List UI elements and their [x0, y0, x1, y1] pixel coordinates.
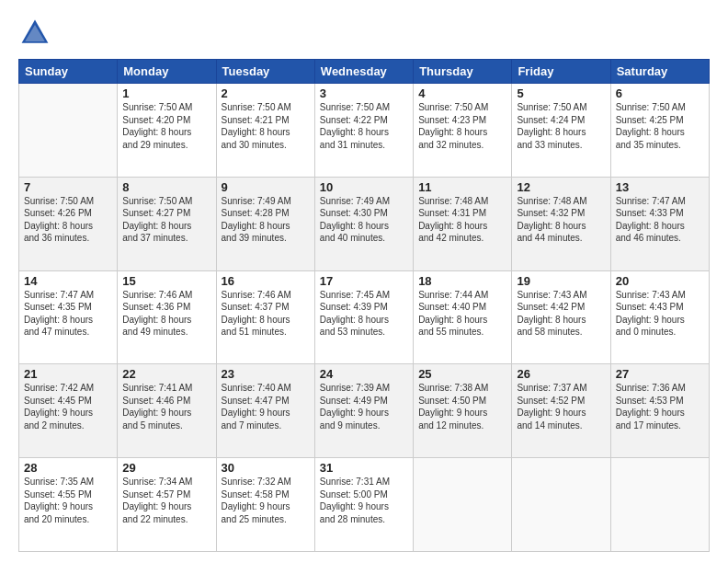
day-info: Sunrise: 7:43 AM Sunset: 4:42 PM Dayligh…	[517, 289, 605, 339]
week-row-2: 7Sunrise: 7:50 AM Sunset: 4:26 PM Daylig…	[19, 177, 710, 270]
day-cell: 7Sunrise: 7:50 AM Sunset: 4:26 PM Daylig…	[19, 177, 118, 270]
day-number: 7	[24, 180, 112, 194]
day-number: 3	[320, 86, 408, 100]
day-cell: 13Sunrise: 7:47 AM Sunset: 4:33 PM Dayli…	[610, 177, 709, 270]
day-number: 19	[517, 274, 605, 288]
day-cell: 8Sunrise: 7:50 AM Sunset: 4:27 PM Daylig…	[118, 177, 216, 270]
day-info: Sunrise: 7:50 AM Sunset: 4:26 PM Dayligh…	[24, 195, 112, 245]
header-sunday: Sunday	[19, 60, 118, 84]
header-row: SundayMondayTuesdayWednesdayThursdayFrid…	[19, 60, 710, 84]
day-cell: 24Sunrise: 7:39 AM Sunset: 4:49 PM Dayli…	[314, 364, 413, 458]
day-number: 5	[517, 86, 605, 100]
day-cell: 17Sunrise: 7:45 AM Sunset: 4:39 PM Dayli…	[314, 270, 413, 364]
week-row-3: 14Sunrise: 7:47 AM Sunset: 4:35 PM Dayli…	[19, 270, 710, 364]
day-cell: 12Sunrise: 7:48 AM Sunset: 4:32 PM Dayli…	[512, 177, 610, 270]
day-cell: 25Sunrise: 7:38 AM Sunset: 4:50 PM Dayli…	[414, 364, 512, 458]
day-info: Sunrise: 7:37 AM Sunset: 4:52 PM Dayligh…	[517, 382, 605, 431]
day-cell: 26Sunrise: 7:37 AM Sunset: 4:52 PM Dayli…	[512, 364, 610, 458]
day-cell: 10Sunrise: 7:49 AM Sunset: 4:30 PM Dayli…	[314, 177, 413, 270]
day-info: Sunrise: 7:35 AM Sunset: 4:55 PM Dayligh…	[24, 476, 112, 525]
day-info: Sunrise: 7:45 AM Sunset: 4:39 PM Dayligh…	[320, 289, 408, 339]
header-saturday: Saturday	[610, 60, 709, 84]
day-cell: 18Sunrise: 7:44 AM Sunset: 4:40 PM Dayli…	[414, 270, 512, 364]
day-info: Sunrise: 7:46 AM Sunset: 4:36 PM Dayligh…	[122, 289, 210, 339]
day-cell: 3Sunrise: 7:50 AM Sunset: 4:22 PM Daylig…	[314, 84, 413, 178]
header-monday: Monday	[118, 60, 216, 84]
day-info: Sunrise: 7:50 AM Sunset: 4:24 PM Dayligh…	[517, 101, 605, 151]
day-number: 8	[122, 180, 210, 194]
day-info: Sunrise: 7:50 AM Sunset: 4:25 PM Dayligh…	[616, 101, 704, 151]
day-number: 22	[122, 367, 210, 381]
day-cell	[610, 458, 709, 552]
day-number: 25	[418, 367, 506, 381]
day-info: Sunrise: 7:41 AM Sunset: 4:46 PM Dayligh…	[122, 382, 210, 431]
day-info: Sunrise: 7:31 AM Sunset: 5:00 PM Dayligh…	[320, 476, 408, 525]
day-number: 23	[222, 367, 310, 381]
day-info: Sunrise: 7:49 AM Sunset: 4:30 PM Dayligh…	[320, 195, 408, 245]
day-cell: 6Sunrise: 7:50 AM Sunset: 4:25 PM Daylig…	[610, 84, 709, 178]
day-number: 27	[616, 367, 704, 381]
day-cell: 31Sunrise: 7:31 AM Sunset: 5:00 PM Dayli…	[314, 458, 413, 552]
day-info: Sunrise: 7:50 AM Sunset: 4:21 PM Dayligh…	[222, 101, 310, 151]
day-number: 30	[222, 461, 310, 475]
day-number: 9	[222, 180, 310, 194]
day-number: 20	[616, 274, 704, 288]
day-number: 31	[320, 461, 408, 475]
header-wednesday: Wednesday	[314, 60, 413, 84]
day-number: 18	[418, 274, 506, 288]
header-friday: Friday	[512, 60, 610, 84]
day-info: Sunrise: 7:47 AM Sunset: 4:35 PM Dayligh…	[24, 289, 112, 339]
day-info: Sunrise: 7:47 AM Sunset: 4:33 PM Dayligh…	[616, 195, 704, 245]
day-cell: 27Sunrise: 7:36 AM Sunset: 4:53 PM Dayli…	[610, 364, 709, 458]
day-number: 10	[320, 180, 408, 194]
logo-icon	[18, 17, 51, 50]
logo	[18, 17, 53, 50]
day-info: Sunrise: 7:50 AM Sunset: 4:27 PM Dayligh…	[122, 195, 210, 245]
day-number: 14	[24, 274, 112, 288]
day-cell: 1Sunrise: 7:50 AM Sunset: 4:20 PM Daylig…	[118, 84, 216, 178]
day-cell: 30Sunrise: 7:32 AM Sunset: 4:58 PM Dayli…	[216, 458, 314, 552]
day-cell: 15Sunrise: 7:46 AM Sunset: 4:36 PM Dayli…	[118, 270, 216, 364]
day-cell: 5Sunrise: 7:50 AM Sunset: 4:24 PM Daylig…	[512, 84, 610, 178]
day-info: Sunrise: 7:49 AM Sunset: 4:28 PM Dayligh…	[222, 195, 310, 245]
day-number: 21	[24, 367, 112, 381]
day-info: Sunrise: 7:38 AM Sunset: 4:50 PM Dayligh…	[418, 382, 506, 431]
day-info: Sunrise: 7:32 AM Sunset: 4:58 PM Dayligh…	[222, 476, 310, 525]
day-info: Sunrise: 7:40 AM Sunset: 4:47 PM Dayligh…	[222, 382, 310, 431]
day-cell: 28Sunrise: 7:35 AM Sunset: 4:55 PM Dayli…	[19, 458, 118, 552]
day-info: Sunrise: 7:50 AM Sunset: 4:20 PM Dayligh…	[122, 101, 210, 151]
day-info: Sunrise: 7:48 AM Sunset: 4:32 PM Dayligh…	[517, 195, 605, 245]
day-cell: 16Sunrise: 7:46 AM Sunset: 4:37 PM Dayli…	[216, 270, 314, 364]
day-info: Sunrise: 7:39 AM Sunset: 4:49 PM Dayligh…	[320, 382, 408, 431]
day-cell: 22Sunrise: 7:41 AM Sunset: 4:46 PM Dayli…	[118, 364, 216, 458]
day-cell: 20Sunrise: 7:43 AM Sunset: 4:43 PM Dayli…	[610, 270, 709, 364]
day-cell: 19Sunrise: 7:43 AM Sunset: 4:42 PM Dayli…	[512, 270, 610, 364]
day-info: Sunrise: 7:50 AM Sunset: 4:22 PM Dayligh…	[320, 101, 408, 151]
day-number: 15	[122, 274, 210, 288]
day-number: 29	[122, 461, 210, 475]
calendar-table: SundayMondayTuesdayWednesdayThursdayFrid…	[18, 59, 710, 552]
day-number: 12	[517, 180, 605, 194]
day-cell: 29Sunrise: 7:34 AM Sunset: 4:57 PM Dayli…	[118, 458, 216, 552]
day-cell: 9Sunrise: 7:49 AM Sunset: 4:28 PM Daylig…	[216, 177, 314, 270]
day-number: 13	[616, 180, 704, 194]
day-number: 24	[320, 367, 408, 381]
day-number: 28	[24, 461, 112, 475]
day-info: Sunrise: 7:44 AM Sunset: 4:40 PM Dayligh…	[418, 289, 506, 339]
page: SundayMondayTuesdayWednesdayThursdayFrid…	[0, 0, 728, 563]
week-row-5: 28Sunrise: 7:35 AM Sunset: 4:55 PM Dayli…	[19, 458, 710, 552]
day-info: Sunrise: 7:48 AM Sunset: 4:31 PM Dayligh…	[418, 195, 506, 245]
week-row-4: 21Sunrise: 7:42 AM Sunset: 4:45 PM Dayli…	[19, 364, 710, 458]
day-info: Sunrise: 7:42 AM Sunset: 4:45 PM Dayligh…	[24, 382, 112, 431]
day-number: 26	[517, 367, 605, 381]
day-cell: 2Sunrise: 7:50 AM Sunset: 4:21 PM Daylig…	[216, 84, 314, 178]
day-info: Sunrise: 7:34 AM Sunset: 4:57 PM Dayligh…	[122, 476, 210, 525]
day-cell: 11Sunrise: 7:48 AM Sunset: 4:31 PM Dayli…	[414, 177, 512, 270]
day-cell: 23Sunrise: 7:40 AM Sunset: 4:47 PM Dayli…	[216, 364, 314, 458]
day-number: 11	[418, 180, 506, 194]
day-number: 4	[418, 86, 506, 100]
day-cell: 21Sunrise: 7:42 AM Sunset: 4:45 PM Dayli…	[19, 364, 118, 458]
header-thursday: Thursday	[414, 60, 512, 84]
day-number: 16	[222, 274, 310, 288]
week-row-1: 1Sunrise: 7:50 AM Sunset: 4:20 PM Daylig…	[19, 84, 710, 178]
